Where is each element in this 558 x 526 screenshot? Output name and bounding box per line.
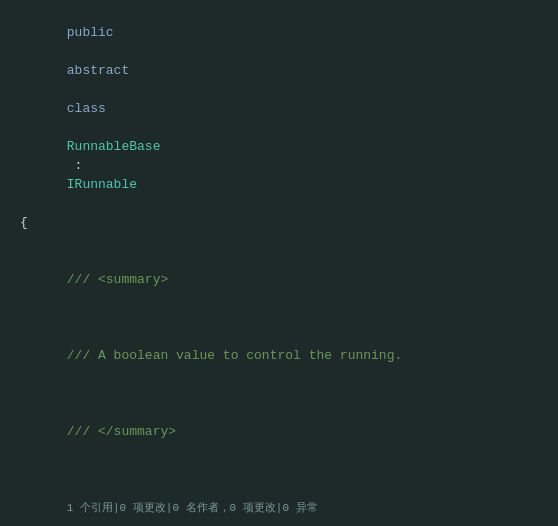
code-line-3: /// <summary> bbox=[0, 232, 558, 308]
keyword-public: public bbox=[67, 25, 114, 40]
comment-text: /// A boolean value to control the runni… bbox=[67, 348, 402, 363]
meta-text-1: 1 个引用|0 项更改|0 名作者，0 项更改|0 异常 bbox=[67, 502, 318, 514]
line-content-3: /// <summary> bbox=[16, 232, 558, 308]
keyword-class: class bbox=[67, 101, 106, 116]
code-editor: public abstract class RunnableBase : IRu… bbox=[0, 0, 558, 526]
code-line-4: /// A boolean value to control the runni… bbox=[0, 308, 558, 384]
line-content-2: { bbox=[16, 213, 558, 232]
line-content-4: /// A boolean value to control the runni… bbox=[16, 308, 558, 384]
code-line-5: /// </summary> bbox=[0, 384, 558, 460]
line-content-1: public abstract class RunnableBase : IRu… bbox=[16, 4, 558, 213]
code-line-1: public abstract class RunnableBase : IRu… bbox=[0, 4, 558, 213]
classname-irunnable: IRunnable bbox=[67, 177, 137, 192]
comment-summary-close: /// </summary> bbox=[67, 424, 176, 439]
line-content-5: /// </summary> bbox=[16, 384, 558, 460]
keyword-abstract: abstract bbox=[67, 63, 129, 78]
code-line-2: { bbox=[0, 213, 558, 232]
meta-content-1: 1 个引用|0 项更改|0 名作者，0 项更改|0 异常 bbox=[16, 460, 558, 526]
classname-runnablebase: RunnableBase bbox=[67, 139, 161, 154]
comment-summary-open: /// <summary> bbox=[67, 272, 168, 287]
meta-line-1: 1 个引用|0 项更改|0 名作者，0 项更改|0 异常 bbox=[0, 460, 558, 526]
